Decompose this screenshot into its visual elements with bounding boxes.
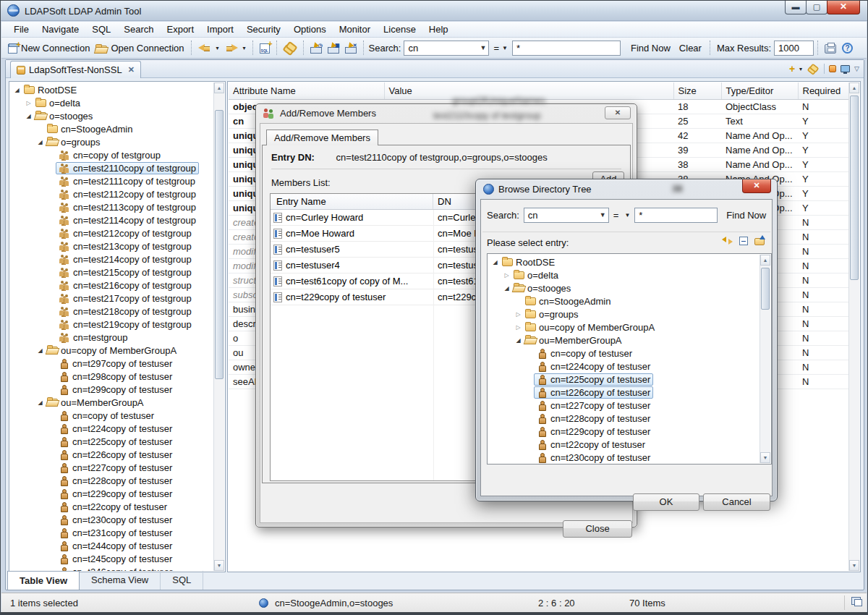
tree-item[interactable]: ▷o=delta [488, 268, 760, 281]
tree-item[interactable]: cn=t299copy of testuser [10, 383, 213, 396]
tree-item-content[interactable]: cn=test212copy of testgroup [56, 227, 195, 239]
tree-item[interactable]: cn=t224copy of testuser [10, 422, 213, 435]
tree-item[interactable]: cn=StoogeAdmin [488, 294, 760, 308]
tree-item[interactable]: cn=testgroup [10, 331, 213, 344]
tree-item-content[interactable]: cn=t228copy of testuser [534, 412, 653, 425]
tree-item-content[interactable]: cn=t224copy of testuser [534, 360, 653, 373]
tree-item-content[interactable]: cn=t226copy of testuser [56, 449, 175, 461]
cell-required[interactable]: Y [798, 171, 848, 186]
status-indicator-icon[interactable] [829, 65, 836, 72]
scroll-down-icon[interactable]: ▼ [760, 452, 770, 463]
tree-item[interactable]: cn=test214copy of testgroup [10, 253, 213, 266]
tree-item-content[interactable]: cn=t244copy of testuser [56, 540, 175, 552]
tree-item-content[interactable]: cn=copy of testgroup [56, 149, 163, 161]
cell-type[interactable]: Name And Op... [721, 143, 798, 157]
tree-item-content[interactable]: cn=t22copy of testuser [534, 438, 648, 451]
tree-item-content[interactable]: cn=t230copy of testuser [56, 514, 175, 526]
tree-item[interactable]: cn=test216copy of testgroup [10, 279, 213, 292]
collapse-icon[interactable]: ◢ [491, 259, 499, 266]
cell-required[interactable]: Y [798, 114, 848, 128]
add-remove-tab[interactable]: Add/Remove Members [266, 130, 378, 145]
tree-item[interactable]: cn=t227copy of testuser [488, 399, 760, 412]
tab-close-icon[interactable]: ✕ [128, 65, 135, 75]
new-connection-button[interactable]: New Connection [5, 41, 93, 55]
tree-item-content[interactable]: o=stooges [33, 110, 95, 122]
col-attribute-name[interactable]: Attribute Name [229, 82, 384, 99]
tree-item-content[interactable]: cn=test215copy of testgroup [56, 266, 195, 279]
tree-item[interactable]: ◢o=stooges [488, 281, 760, 294]
tree-item-content[interactable]: cn=test2111copy of testgroup [56, 175, 198, 187]
tree-item-content[interactable]: cn=test2112copy of testgroup [56, 188, 199, 200]
menu-security[interactable]: Security [240, 22, 287, 36]
collapse-all-icon[interactable] [739, 237, 748, 245]
expand-icon[interactable]: ▷ [25, 100, 33, 106]
new-sql-button[interactable] [257, 41, 273, 55]
collapse-icon[interactable]: ◢ [36, 139, 44, 145]
tree-item-content[interactable]: cn=t231copy of testuser [56, 527, 175, 539]
find-now-button[interactable]: Find Now [626, 41, 675, 56]
minimize-button[interactable]: ▬ [785, 1, 807, 14]
help-button[interactable]: ? [839, 41, 856, 55]
tree-item[interactable]: cn=t225copy of testuser [488, 373, 760, 386]
tree-item[interactable]: cn=test217copy of testgroup [10, 292, 213, 305]
tree-item[interactable]: cn=t22copy of testuser [10, 500, 213, 513]
tree-item[interactable]: cn=test2113copy of testgroup [10, 200, 213, 213]
tree-item[interactable]: cn=t246copy of testuser [10, 565, 213, 571]
search-attribute-combo[interactable]: cn ▼ [404, 41, 489, 56]
add-connection-icon[interactable]: + [789, 64, 795, 74]
cell-required[interactable]: N [798, 229, 848, 244]
scrollbar-thumb[interactable] [850, 96, 859, 280]
tree-item-content[interactable]: o=stooges [511, 282, 574, 294]
collapse-icon[interactable]: ◢ [13, 87, 21, 93]
scroll-up-icon[interactable]: ▲ [849, 82, 859, 93]
import-table-button[interactable]: ▦ [325, 41, 342, 55]
tree-item[interactable]: cn=t230copy of testuser [10, 513, 213, 526]
tree-scrollbar[interactable]: ▲ ▼ [213, 82, 224, 571]
tree-item-content[interactable]: cn=testgroup [56, 331, 131, 344]
tree-item[interactable]: cn=t226copy of testuser [10, 448, 213, 461]
scroll-up-icon[interactable]: ▲ [760, 255, 770, 266]
tree-item[interactable]: ▷o=groups [488, 308, 760, 321]
cell-type[interactable]: Text [721, 114, 798, 128]
import-ldif-button[interactable]: ◷ [307, 41, 325, 55]
tree-item[interactable]: cn=test218copy of testgroup [10, 305, 213, 318]
collapse-icon[interactable]: ◢ [36, 399, 44, 406]
operator-caret[interactable]: ▼ [624, 212, 630, 219]
tree-item[interactable]: ◢o=stooges [10, 109, 213, 122]
tree-item-content[interactable]: o=delta [511, 269, 561, 281]
tree-item-selected[interactable]: cn=t226copy of testuser [534, 386, 653, 399]
print-button[interactable] [822, 41, 839, 55]
cancel-button[interactable]: Cancel [703, 493, 770, 511]
tree-item[interactable]: cn=test2111copy of testgroup [10, 174, 213, 187]
cell-required[interactable]: N [798, 287, 848, 302]
cell-required[interactable]: Y [798, 200, 848, 215]
scroll-down-icon[interactable]: ▼ [849, 560, 859, 571]
tab-connection[interactable]: LdapSoftTest-NonSSL ✕ [10, 61, 141, 78]
menu-monitor[interactable]: Monitor [333, 22, 377, 36]
tree-item[interactable]: cn=t22copy of testuser [488, 438, 760, 451]
col-entry-name[interactable]: Entry Name [271, 194, 433, 209]
cell-required[interactable]: N [798, 360, 848, 374]
tree-item[interactable]: cn=t226copy of testuser [488, 386, 760, 399]
tree-item[interactable]: cn=t229copy of testuser [10, 487, 213, 500]
menu-file[interactable]: File [7, 22, 35, 36]
col-type-editor[interactable]: Type/Editor [721, 82, 798, 99]
cell-required[interactable]: N [798, 99, 848, 114]
tree-item-content[interactable]: cn=copy of testuser [56, 410, 157, 422]
col-size[interactable]: Size [673, 82, 721, 99]
refresh-icon[interactable] [722, 236, 733, 245]
cell-size[interactable]: 39 [673, 143, 721, 157]
menu-navigate[interactable]: Navigate [35, 22, 85, 36]
tree-item[interactable]: cn=copy of testuser [488, 347, 760, 360]
tree-item[interactable]: ◢RootDSE [10, 83, 213, 96]
tree-item-content[interactable]: cn=t224copy of testuser [56, 423, 175, 435]
connections-menu-caret[interactable]: ▾ [799, 66, 802, 72]
tree-item[interactable]: cn=t224copy of testuser [488, 360, 760, 373]
tree-item[interactable]: ▷ou=copy of MemberGroupA [488, 321, 760, 334]
collapse-icon[interactable]: ◢ [36, 347, 44, 354]
tree-item-content[interactable]: cn=t228copy of testuser [56, 475, 175, 487]
cell-required[interactable]: Y [798, 143, 848, 157]
cell-size[interactable]: 25 [673, 114, 721, 128]
tree-item-content[interactable]: o=groups [44, 136, 103, 148]
table-scrollbar[interactable]: ▲ ▼ [848, 82, 859, 571]
